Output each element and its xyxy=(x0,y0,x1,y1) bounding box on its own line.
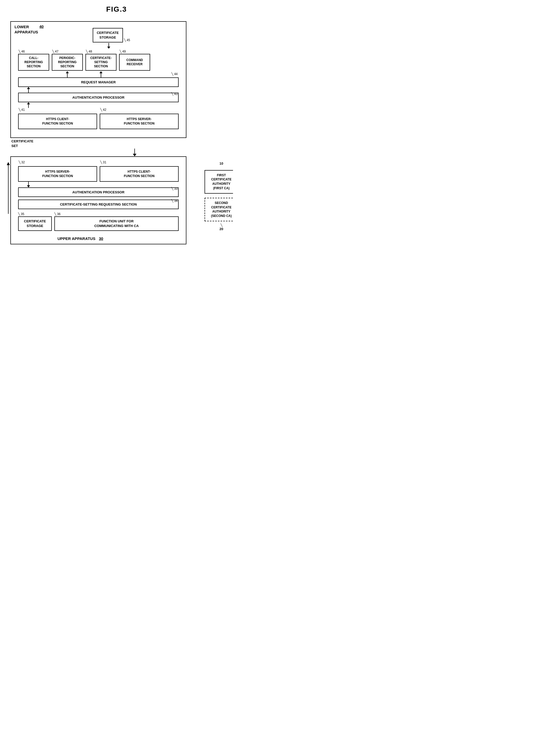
upper-apparatus-ref: 30 xyxy=(99,236,103,241)
connect-arrow xyxy=(132,149,138,156)
lower-apparatus-box: LOWERAPPARATUS 40 CERTIFICATE STORAGE ╲ … xyxy=(10,21,186,138)
https-client-upper-box: HTTPS CLIENT- FUNCTION SECTION xyxy=(18,114,97,129)
command-receiver-box: COMMAND RECEIVER xyxy=(119,54,150,71)
cert-storage-upper-ref: ╲ 45 xyxy=(124,38,130,42)
svg-marker-1 xyxy=(107,47,110,49)
ref48: 48 xyxy=(89,50,92,53)
svg-marker-5 xyxy=(99,71,103,73)
cert-storage-upper-box: CERTIFICATE STORAGE xyxy=(93,28,123,42)
cert-setting-req-box: CERTIFICATE-SETTING REQUESTING SECTION xyxy=(18,200,179,209)
https-boxes-lower-row: HTTPS SERVER- FUNCTION SECTION HTTPS CLI… xyxy=(18,166,179,182)
arrow-up-to-auth xyxy=(26,87,31,93)
ref32: 32 xyxy=(21,161,25,164)
call-reporting-box: CALL- REPORTING SECTION xyxy=(18,54,49,71)
https-client-lower-box: HTTPS CLIENT- FUNCTION SECTION xyxy=(100,166,179,182)
svg-marker-3 xyxy=(66,71,69,73)
arrow-up-to-https xyxy=(26,102,31,108)
four-boxes-row: CALL- REPORTING SECTION PERIODIC- REPORT… xyxy=(18,54,181,71)
auth-processor-upper-box: AUTHENTICATION PROCESSOR xyxy=(18,93,179,102)
arrow-down-from-https xyxy=(26,182,31,187)
arrow-down-cert xyxy=(106,43,111,49)
ca-ref10: 10 xyxy=(205,162,233,165)
ref31: 31 xyxy=(103,161,106,164)
cert-setting-section-box: CERTIFICATE- SETTING SECTION xyxy=(85,54,117,71)
lower-apparatus-ref: 40 xyxy=(39,24,44,29)
https-server-upper-box: HTTPS SERVER- FUNCTION SECTION xyxy=(100,114,179,129)
first-ca-box: FIRST CERTIFICATE AUTHORITY (FIRST CA) xyxy=(205,170,233,194)
periodic-reporting-box: PERIODIC- REPORTING SECTION xyxy=(52,54,83,71)
ref41: 41 xyxy=(21,108,25,112)
lower-apparatus-label: LOWERAPPARATUS xyxy=(14,24,38,34)
func-unit-box: FUNCTION UNIT FOR COMMUNICATING WITH CA xyxy=(54,216,179,231)
ca-ref20: 20 xyxy=(205,227,233,231)
ref47: 47 xyxy=(55,50,58,53)
request-manager-box: REQUEST MANAGER xyxy=(18,77,179,87)
second-ca-box: SECOND CERTIFICATE AUTHORITY (SECOND CA) xyxy=(205,198,233,221)
cert-set-label: CERTIFICATESET xyxy=(11,139,192,148)
arrow-up-47 xyxy=(65,71,70,77)
ref36: 36 xyxy=(57,212,60,216)
left-side-arrow xyxy=(6,162,11,214)
svg-marker-9 xyxy=(27,102,30,104)
https-boxes-upper-row: HTTPS CLIENT- FUNCTION SECTION HTTPS SER… xyxy=(18,114,179,129)
cert-storage-lower-box: CERTIFICATE STORAGE xyxy=(18,216,52,231)
arrow-up-48 xyxy=(98,71,104,77)
figure-title: FIG.3 xyxy=(10,5,223,13)
svg-marker-11 xyxy=(133,154,136,156)
auth-processor-lower-box: AUTHENTICATION PROCESSOR xyxy=(18,187,179,197)
svg-marker-7 xyxy=(27,87,30,89)
ref49: 49 xyxy=(122,50,126,53)
upper-apparatus-label: UPPER APPARATUS xyxy=(57,236,95,241)
ref35: 35 xyxy=(21,212,24,216)
ref42: 42 xyxy=(103,108,106,112)
ref44-label: ╲ 44 xyxy=(171,72,178,76)
svg-marker-15 xyxy=(7,162,10,165)
ca-section: 10 ╲ FIRST CERTIFICATE AUTHORITY (FIRST … xyxy=(205,162,233,231)
svg-marker-13 xyxy=(27,185,30,187)
upper-apparatus-box: ╲ 32 ╲ 31 HTTPS SERVER- FUNCTION SECTION… xyxy=(10,156,186,244)
ref46: 46 xyxy=(21,50,25,53)
https-server-lower-box: HTTPS SERVER- FUNCTION SECTION xyxy=(18,166,97,182)
diagram-container: LOWERAPPARATUS 40 CERTIFICATE STORAGE ╲ … xyxy=(10,21,233,244)
